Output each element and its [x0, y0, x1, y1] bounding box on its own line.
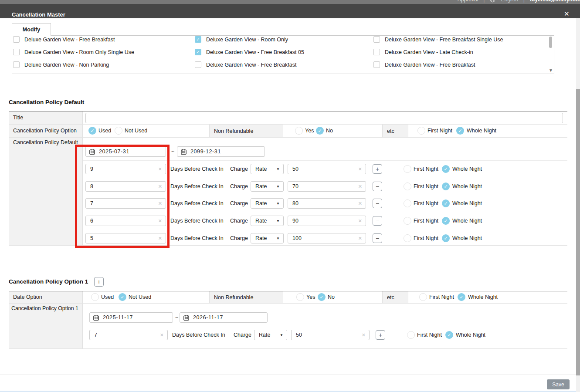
first-night-radio-label[interactable]: First Night — [414, 166, 438, 172]
days-input[interactable] — [86, 233, 166, 243]
charge-value-input[interactable] — [288, 182, 366, 191]
whole-night-radio[interactable] — [442, 199, 450, 207]
date-to-input[interactable]: 2099-12-31 — [177, 146, 265, 157]
save-button[interactable]: Save — [547, 379, 570, 389]
clear-icon[interactable]: ✕ — [358, 201, 362, 206]
days-input[interactable] — [86, 199, 166, 208]
room-checkbox[interactable] — [195, 36, 201, 43]
whole-night-radio-label[interactable]: Whole Night — [452, 235, 482, 241]
first-night-radio[interactable] — [404, 199, 411, 207]
clear-icon[interactable]: ✕ — [358, 167, 362, 172]
whole-night-radio[interactable] — [458, 293, 465, 301]
clear-icon[interactable]: ✕ — [158, 184, 162, 189]
add-row-button[interactable]: + — [376, 330, 385, 340]
first-night-radio[interactable] — [404, 165, 411, 173]
scrollbar-thumb[interactable] — [576, 89, 580, 375]
first-night-radio[interactable] — [419, 293, 427, 301]
tab-modify[interactable]: Modify — [12, 23, 51, 36]
whole-night-radio[interactable] — [456, 127, 464, 135]
remove-row-button[interactable]: − — [373, 182, 382, 191]
first-night-radio[interactable] — [404, 182, 411, 190]
used-radio[interactable] — [88, 127, 96, 135]
whole-night-radio[interactable] — [445, 331, 453, 339]
room-checkbox[interactable] — [13, 49, 20, 55]
days-input[interactable] — [86, 216, 166, 226]
whole-night-radio[interactable] — [442, 182, 450, 190]
date-to-input[interactable]: 2026-11-17 — [180, 312, 268, 323]
date-from-input[interactable]: 2025-11-17 — [89, 312, 173, 323]
add-policy-option-button[interactable]: + — [94, 277, 104, 287]
room-checkbox[interactable] — [373, 49, 380, 55]
used-radio-label[interactable]: Used — [101, 294, 114, 300]
scroll-down-icon[interactable]: ▼ — [549, 68, 553, 73]
clear-icon[interactable]: ✕ — [160, 333, 164, 338]
first-night-radio-label[interactable]: First Night — [414, 218, 438, 224]
clear-icon[interactable]: ✕ — [158, 219, 162, 223]
whole-night-radio[interactable] — [442, 234, 450, 242]
no-radio-label[interactable]: No — [328, 294, 335, 300]
clear-icon[interactable]: ✕ — [158, 201, 162, 206]
days-input[interactable] — [86, 164, 166, 174]
clear-icon[interactable]: ✕ — [358, 219, 362, 223]
remove-row-button[interactable]: − — [373, 233, 382, 243]
user-email-menu[interactable]: tuyen.tb@ohmyhotel — [530, 0, 580, 3]
rate-select[interactable]: Rate ▼ — [251, 198, 284, 209]
charge-value-input[interactable] — [288, 216, 366, 226]
first-night-radio-label[interactable]: First Night — [417, 332, 442, 338]
whole-night-radio[interactable] — [442, 165, 450, 173]
first-night-radio[interactable] — [417, 127, 425, 135]
rate-select[interactable]: Rate ▼ — [251, 181, 284, 192]
yes-radio[interactable] — [295, 127, 303, 135]
clear-icon[interactable]: ✕ — [358, 184, 362, 189]
remove-row-button[interactable]: − — [373, 199, 382, 208]
yes-radio-label[interactable]: Yes — [305, 128, 314, 134]
rate-select[interactable]: Rate ▼ — [254, 330, 287, 340]
whole-night-radio-label[interactable]: Whole Night — [468, 294, 498, 300]
room-checkbox[interactable] — [13, 61, 20, 68]
charge-value-input[interactable] — [292, 330, 369, 340]
approval-menu[interactable]: Approval — [458, 0, 478, 3]
rate-select[interactable]: Rate ▼ — [251, 164, 284, 174]
title-input[interactable] — [86, 113, 563, 123]
language-selector[interactable]: English — [501, 0, 518, 3]
used-radio-label[interactable]: Used — [98, 128, 111, 134]
days-input[interactable] — [90, 330, 167, 340]
room-checkbox[interactable] — [13, 36, 20, 43]
charge-value-input[interactable] — [288, 164, 366, 174]
first-night-radio-label[interactable]: First Night — [414, 183, 438, 189]
whole-night-radio-label[interactable]: Whole Night — [452, 183, 482, 189]
whole-night-radio[interactable] — [442, 217, 450, 225]
close-icon[interactable]: ✕ — [564, 10, 570, 17]
whole-night-radio-label[interactable]: Whole Night — [467, 128, 496, 134]
room-checkbox[interactable] — [195, 49, 201, 55]
no-radio[interactable] — [318, 293, 326, 301]
remove-row-button[interactable]: − — [373, 216, 382, 226]
first-night-radio[interactable] — [404, 217, 411, 225]
no-radio-label[interactable]: No — [326, 128, 333, 134]
no-radio[interactable] — [316, 127, 324, 135]
whole-night-radio-label[interactable]: Whole Night — [456, 332, 485, 338]
charge-value-input[interactable] — [288, 199, 366, 208]
list-scrollbar-thumb[interactable] — [549, 37, 552, 48]
used-radio[interactable] — [91, 293, 99, 301]
charge-value-input[interactable] — [288, 233, 366, 243]
room-checkbox[interactable] — [195, 61, 201, 68]
not-used-radio[interactable] — [115, 127, 122, 135]
yes-radio[interactable] — [296, 293, 304, 301]
not-used-radio-label[interactable]: Not Used — [125, 128, 147, 134]
rate-select[interactable]: Rate ▼ — [251, 233, 284, 243]
room-checkbox[interactable] — [373, 61, 380, 68]
whole-night-radio-label[interactable]: Whole Night — [452, 200, 482, 206]
first-night-radio[interactable] — [407, 331, 415, 339]
date-from-input[interactable]: 2025-07-31 — [85, 146, 166, 157]
first-night-radio-label[interactable]: First Night — [429, 294, 454, 300]
clear-icon[interactable]: ✕ — [358, 236, 362, 241]
whole-night-radio-label[interactable]: Whole Night — [452, 166, 482, 172]
rate-select[interactable]: Rate ▼ — [251, 216, 284, 226]
first-night-radio[interactable] — [404, 234, 411, 242]
whole-night-radio-label[interactable]: Whole Night — [452, 218, 482, 224]
days-input[interactable] — [86, 182, 166, 191]
first-night-radio-label[interactable]: First Night — [427, 128, 452, 134]
room-checkbox[interactable] — [373, 36, 380, 43]
clear-icon[interactable]: ✕ — [362, 333, 366, 338]
